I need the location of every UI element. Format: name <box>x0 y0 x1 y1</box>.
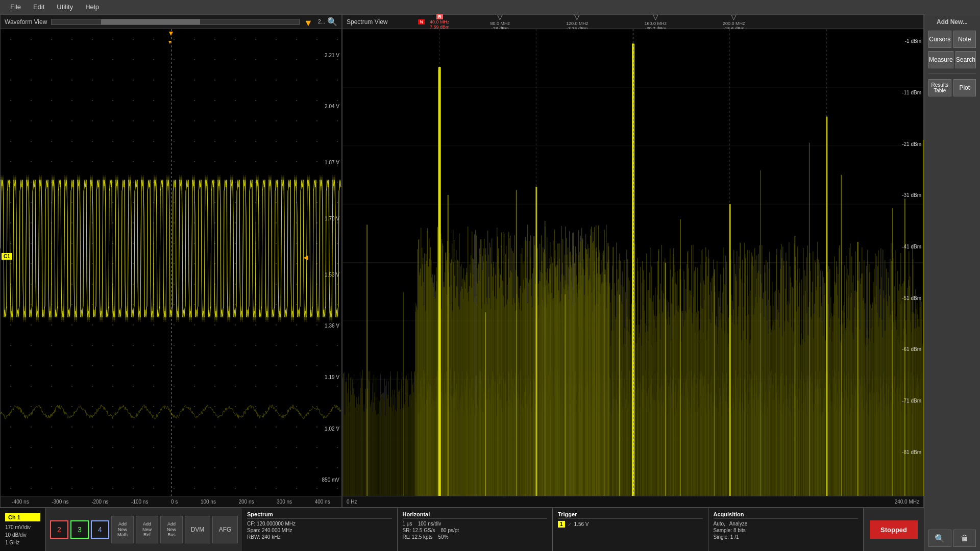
sidebar-icon-row: 🔍 🗑 <box>928 530 976 547</box>
y-label-2: 1.87 V <box>325 160 339 165</box>
waveform-search-icon[interactable]: 🔍 <box>327 17 337 27</box>
trash-button[interactable]: 🗑 <box>953 530 976 547</box>
spectrum-rbw: RBW: 240 kHz <box>247 534 392 540</box>
waveform-scroll-thumb[interactable] <box>101 19 200 24</box>
afg-button[interactable]: AFG <box>212 516 238 543</box>
spectrum-cf: CF: 120.000000 MHz <box>247 521 392 527</box>
sp-y-label-5: -51 dBm <box>902 295 921 301</box>
waveform-view: Waveform View ▼ 2... 🔍 <box>0 14 342 508</box>
acquisition-mode: Auto, Analyze <box>714 521 859 527</box>
waveform-canvas-area[interactable]: 2.21 V 2.04 V 1.87 V 1.70 V 1.53 V 1.36 … <box>1 29 341 496</box>
spectrum-info-panel: Spectrum CF: 120.000000 MHz Span: 240.00… <box>242 508 398 551</box>
channel-2-badge[interactable]: 2 <box>50 520 68 539</box>
time-label-6: 200 ns <box>238 499 254 505</box>
menu-utility[interactable]: Utility <box>51 1 79 13</box>
time-label-2: -200 ns <box>91 499 108 505</box>
y-label-0: 2.21 V <box>325 53 339 58</box>
trigger-level-arrow: ◄ <box>302 253 310 262</box>
horizontal-ns: 1 μs 100 ns/div <box>403 521 548 527</box>
trigger-info-panel: Trigger 1 ⟋ 1.56 V <box>553 508 708 551</box>
menu-edit[interactable]: Edit <box>27 1 51 13</box>
spectrum-view: Spectrum View N R 40.0 MHz 7.59 dBm <box>342 14 924 508</box>
marker-120: ▽ 120.0 MHz -3.35 dBm <box>566 13 589 31</box>
sp-y-label-8: -81 dBm <box>902 449 921 455</box>
sidebar-spacer <box>928 99 976 527</box>
y-label-1: 2.04 V <box>325 104 339 109</box>
y-label-7: 1.02 V <box>325 426 339 432</box>
horizontal-sr: SR: 12.5 GS/s 80 ps/pt <box>403 528 548 533</box>
waveform-time-axis: -400 ns -300 ns -200 ns -100 ns 0 s 100 … <box>1 496 341 507</box>
marker-80: ▽ 80.0 MHz -28 dBm <box>491 13 510 31</box>
waveform-title: Waveform View <box>5 18 47 26</box>
add-new-bus-btn[interactable]: Add New Bus <box>160 516 183 543</box>
measure-search-row: Measure Search <box>928 51 976 68</box>
note-button[interactable]: Note <box>953 31 976 48</box>
channel-4-badge[interactable]: 4 <box>91 520 109 539</box>
bottom-bar: Ch 1 170 mV/div 10 dB/div 1 GHz 2 3 4 Ad… <box>0 508 924 551</box>
spectrum-x-end: 240.0 MHz <box>895 499 919 505</box>
add-new-title: Add New... <box>928 18 976 26</box>
time-label-1: -300 ns <box>52 499 68 505</box>
ch1-freq: 1 GHz <box>5 540 40 545</box>
n-marker: N <box>418 19 425 24</box>
ch1-section: Ch 1 170 mV/div 10 dB/div 1 GHz <box>0 508 46 551</box>
trigger-line <box>171 29 172 496</box>
sp-y-label-7: -71 dBm <box>902 398 921 404</box>
y-label-8: 850 mV <box>322 477 339 483</box>
main-layout: Waveform View ▼ 2... 🔍 <box>0 14 980 551</box>
acquisition-sample: Sample: 8 bits <box>714 528 859 533</box>
ch1-voltage: 170 mV/div <box>5 524 40 530</box>
stopped-button[interactable]: Stopped <box>870 520 918 539</box>
search-button[interactable]: Search <box>955 51 976 68</box>
marker-200: ▽ 200.0 MHz -15.6 dBm <box>723 13 745 31</box>
sp-y-label-0: -1 dBm <box>905 38 921 44</box>
cursors-button[interactable]: Cursors <box>928 31 951 48</box>
y-label-4: 1.53 V <box>325 272 339 278</box>
dbm-40-label: 7.59 dBm <box>430 24 450 30</box>
acquisition-panel-title: Acquisition <box>714 511 859 519</box>
zoom-button[interactable]: 🔍 <box>928 530 951 547</box>
plot-button[interactable]: Plot <box>953 79 976 96</box>
time-label-7: 300 ns <box>277 499 292 505</box>
ch1-badge: Ch 1 <box>5 513 40 521</box>
sp-y-label-3: -31 dBm <box>902 192 921 198</box>
freq-40-label: 40.0 MHz <box>430 19 450 24</box>
results-table-button[interactable]: Results Table <box>928 79 951 96</box>
right-sidebar: Add New... Cursors Note Measure Search R… <box>924 14 980 551</box>
time-label-0: -400 ns <box>12 499 29 505</box>
sp-y-label-6: -61 dBm <box>902 346 921 352</box>
sp-y-label-2: -21 dBm <box>902 141 921 147</box>
time-label-4: 0 s <box>171 499 178 505</box>
spectrum-x-start: 0 Hz <box>347 499 357 505</box>
spectrum-title: Spectrum View <box>347 18 387 26</box>
trigger-channel: 1 ⟋ 1.56 V <box>558 521 703 528</box>
sidebar-divider <box>928 73 976 74</box>
dvm-button[interactable]: DVM <box>185 516 210 543</box>
menu-file[interactable]: File <box>4 1 27 13</box>
waveform-scrollbar[interactable] <box>51 19 300 25</box>
sp-y-label-1: -11 dBm <box>902 90 921 95</box>
horizontal-panel-title: Horizontal <box>403 511 548 519</box>
views-top: Waveform View ▼ 2... 🔍 <box>0 14 924 508</box>
spectrum-frequency-axis: 0 Hz 240.0 MHz <box>342 496 923 507</box>
y-label-6: 1.19 V <box>325 374 339 380</box>
acquisition-info-panel: Acquisition Auto, Analyze Sample: 8 bits… <box>708 508 864 551</box>
spectrum-span: Span: 240.000 MHz <box>247 528 392 533</box>
spectrum-canvas-area[interactable]: -1 dBm -11 dBm -21 dBm -31 dBm -41 dBm -… <box>342 29 923 496</box>
y-label-3: 1.70 V <box>325 216 339 221</box>
acquisition-single: Single: 1 /1 <box>714 534 859 540</box>
menu-help[interactable]: Help <box>79 1 105 13</box>
spectrum-title-bar: Spectrum View N R 40.0 MHz 7.59 dBm <box>342 15 923 29</box>
trigger-value-label: 2... <box>318 19 325 24</box>
add-new-ref-btn[interactable]: Add New Ref <box>136 516 158 543</box>
add-new-math-btn[interactable]: Add New Math <box>111 516 134 543</box>
measure-button[interactable]: Measure <box>928 51 953 68</box>
spectrum-panel-title: Spectrum <box>247 511 392 519</box>
channel-3-badge[interactable]: 3 <box>70 520 89 539</box>
vline-120 <box>633 29 633 496</box>
trigger-panel-title: Trigger <box>558 511 703 519</box>
sp-y-label-4: -41 dBm <box>902 244 921 249</box>
horizontal-rl: RL: 12.5 kpts 50% <box>403 534 548 540</box>
r-marker: R <box>436 14 443 19</box>
time-label-5: 100 ns <box>201 499 216 505</box>
